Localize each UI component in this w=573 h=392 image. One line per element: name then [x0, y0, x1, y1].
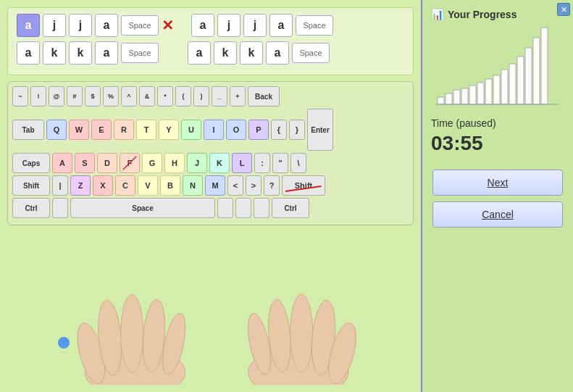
- key-4[interactable]: $: [85, 86, 101, 107]
- space-box-2: Space: [296, 15, 333, 36]
- key-7[interactable]: &: [139, 86, 155, 107]
- progress-icon: 📊: [431, 9, 443, 20]
- key-quote[interactable]: ": [272, 153, 288, 173]
- key-minus[interactable]: _: [212, 86, 227, 107]
- close-button[interactable]: ✕: [557, 3, 570, 16]
- key-ctrl-right[interactable]: Ctrl: [272, 198, 309, 218]
- progress-title: Your Progress: [448, 9, 516, 20]
- key-menu[interactable]: [254, 198, 269, 218]
- time-value: 03:55: [431, 132, 483, 155]
- char-a5: a: [17, 41, 40, 64]
- key-colon[interactable]: :: [254, 153, 270, 173]
- key-y[interactable]: Y: [159, 120, 179, 140]
- next-button[interactable]: Next: [432, 170, 563, 196]
- key-alt-r[interactable]: [217, 198, 233, 218]
- exercise-row-2: a k k a Space a k k a Space: [17, 41, 404, 64]
- key-h[interactable]: H: [164, 153, 185, 173]
- key-r[interactable]: R: [114, 120, 134, 140]
- key-6[interactable]: ^: [121, 86, 137, 107]
- key-enter[interactable]: Enter: [307, 109, 333, 151]
- kb-zxcv-row: Shift | Z X C V B N M < > ? Shift: [12, 175, 409, 196]
- kb-asdf-row: Caps A S D F G H J K L : " \: [12, 153, 409, 173]
- key-3[interactable]: #: [67, 86, 83, 107]
- key-ctrl-left[interactable]: Ctrl: [12, 198, 50, 218]
- char-a2: a: [95, 14, 118, 37]
- svg-point-4: [121, 294, 143, 372]
- key-l[interactable]: L: [232, 153, 252, 173]
- key-comma[interactable]: <: [227, 175, 243, 196]
- hands-area: [7, 230, 414, 385]
- char-k3: k: [214, 41, 237, 64]
- key-d[interactable]: D: [97, 153, 117, 173]
- kb-qwerty-row: Tab Q W E R T Y U I O P { } Enter: [12, 109, 409, 151]
- key-1[interactable]: !: [30, 86, 46, 107]
- key-8[interactable]: *: [157, 86, 173, 107]
- key-caps[interactable]: Caps: [12, 153, 50, 173]
- time-label: Time (paused): [431, 117, 496, 129]
- key-fn[interactable]: [235, 198, 251, 218]
- blue-dot: [58, 337, 70, 349]
- char-a4: a: [269, 14, 293, 37]
- key-k[interactable]: K: [209, 153, 230, 173]
- svg-rect-17: [469, 86, 476, 104]
- key-backslash[interactable]: \: [290, 153, 306, 173]
- key-period[interactable]: >: [246, 175, 262, 196]
- key-slash[interactable]: ?: [264, 175, 280, 196]
- char-j3: j: [217, 14, 241, 37]
- left-panel: a j j a Space ✕ a j j a Space a k k a Sp…: [0, 0, 421, 392]
- key-0[interactable]: ): [193, 86, 209, 107]
- cancel-button[interactable]: Cancel: [432, 201, 563, 228]
- key-f[interactable]: F: [120, 153, 140, 173]
- key-shift-left[interactable]: Shift: [12, 175, 50, 196]
- app-window: a j j a Space ✕ a j j a Space a k k a Sp…: [0, 0, 573, 392]
- key-tilde[interactable]: ~: [12, 86, 28, 107]
- char-a7: a: [188, 41, 211, 64]
- key-space[interactable]: Space: [70, 198, 215, 218]
- key-z[interactable]: Z: [70, 175, 91, 196]
- char-k4: k: [240, 41, 263, 64]
- key-plus[interactable]: +: [230, 86, 246, 107]
- key-x[interactable]: X: [93, 175, 113, 196]
- key-win[interactable]: [52, 198, 68, 218]
- key-9[interactable]: (: [175, 86, 191, 107]
- key-s[interactable]: S: [75, 153, 95, 173]
- key-v[interactable]: V: [138, 175, 158, 196]
- hands-image: [7, 291, 414, 385]
- svg-rect-20: [493, 75, 500, 104]
- key-w[interactable]: W: [69, 120, 89, 140]
- svg-rect-25: [533, 38, 540, 104]
- key-shift-right[interactable]: Shift: [282, 175, 325, 196]
- kb-number-row: ~ ! @ # $ % ^ & * ( ) _ + Back: [12, 86, 409, 107]
- char-k2: k: [69, 41, 92, 64]
- key-n[interactable]: N: [183, 175, 203, 196]
- key-c[interactable]: C: [115, 175, 135, 196]
- key-tab[interactable]: Tab: [12, 120, 44, 140]
- key-i[interactable]: I: [204, 120, 224, 140]
- key-5[interactable]: %: [103, 86, 119, 107]
- key-lbrace[interactable]: {: [271, 120, 287, 140]
- key-rbrace[interactable]: }: [289, 120, 305, 140]
- keyboard: ~ ! @ # $ % ^ & * ( ) _ + Back Tab Q W E: [7, 81, 414, 225]
- key-g[interactable]: G: [142, 153, 162, 173]
- svg-rect-24: [525, 48, 532, 104]
- progress-section: 📊 Your Progress: [431, 9, 516, 20]
- char-j4: j: [243, 14, 267, 37]
- key-e[interactable]: E: [91, 120, 112, 140]
- key-t[interactable]: T: [136, 120, 156, 140]
- key-q[interactable]: Q: [46, 120, 67, 140]
- key-a[interactable]: A: [52, 153, 72, 173]
- key-pipe[interactable]: |: [52, 175, 68, 196]
- char-a6: a: [95, 41, 118, 64]
- char-a3: a: [191, 14, 214, 37]
- key-b[interactable]: B: [160, 175, 180, 196]
- key-u[interactable]: U: [181, 120, 201, 140]
- key-p[interactable]: P: [248, 120, 269, 140]
- key-j[interactable]: J: [187, 153, 207, 173]
- key-o[interactable]: O: [226, 120, 246, 140]
- key-back[interactable]: Back: [248, 86, 280, 107]
- key-2[interactable]: @: [49, 86, 64, 107]
- error-symbol: ✕: [162, 17, 174, 34]
- svg-rect-22: [509, 64, 516, 104]
- svg-rect-13: [438, 97, 444, 104]
- key-m[interactable]: M: [205, 175, 225, 196]
